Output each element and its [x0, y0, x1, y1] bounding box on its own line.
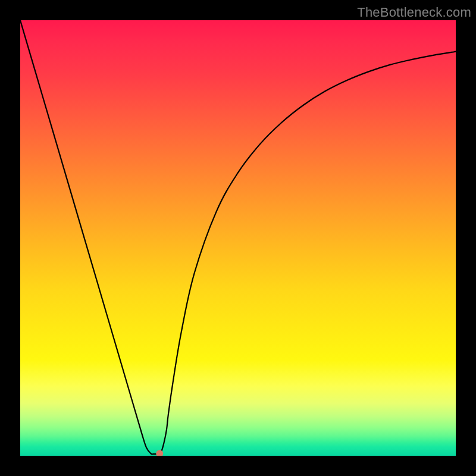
chart-container: TheBottleneck.com — [0, 0, 476, 476]
bottleneck-curve-line — [20, 20, 456, 454]
curve-svg — [20, 20, 456, 456]
watermark-text: TheBottleneck.com — [357, 5, 471, 20]
plot-area — [20, 20, 456, 456]
